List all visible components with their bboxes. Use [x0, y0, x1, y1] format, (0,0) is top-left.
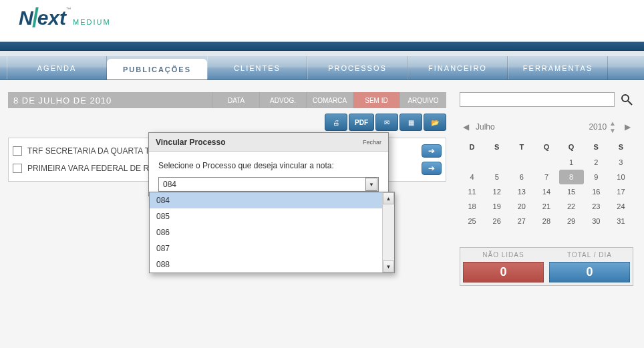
calendar-day[interactable]: 22 [559, 199, 584, 214]
calendar-day[interactable]: 29 [559, 214, 584, 228]
link-process-modal: Vincular Processo Fechar Selecione o Pro… [148, 132, 389, 196]
filter-comarca[interactable]: COMARCA [306, 92, 353, 108]
folder-button[interactable]: 📂 [424, 114, 446, 131]
calendar-month: Julho [476, 122, 495, 132]
modal-title: Vincular Processo [156, 138, 226, 147]
calendar-day [484, 155, 509, 170]
print-icon: 🖨 [333, 119, 339, 126]
nav-tab-ferramentas[interactable]: FERRAMENTAS [508, 56, 608, 79]
svg-line-1 [628, 101, 632, 105]
calendar-day[interactable]: 12 [484, 184, 509, 199]
calendar-day[interactable]: 2 [584, 155, 609, 170]
page-date: 8 DE JULHO DE 2010 [8, 92, 212, 108]
calendar-day[interactable]: 14 [534, 184, 558, 199]
scroll-up-icon[interactable]: ▲ [383, 192, 394, 204]
dropdown-option[interactable]: 088 [150, 256, 382, 273]
calendar-day[interactable]: 9 [584, 170, 609, 184]
calendar-dow: S [609, 139, 633, 155]
cal-prev-button[interactable]: ◀ [460, 122, 472, 132]
calendar-day[interactable]: 8 [559, 170, 584, 184]
nav-tab-financeiro[interactable]: FINANCEIRO [408, 56, 508, 79]
calendar-day[interactable]: 16 [584, 184, 609, 199]
calendar-day [460, 155, 484, 170]
filter-data[interactable]: DATA [212, 92, 259, 108]
calendar: DSTQQSS 12345678910111213141516171819202… [460, 139, 633, 228]
calendar-dow: Q [559, 139, 584, 155]
calendar-day[interactable]: 18 [460, 199, 484, 214]
unread-count: 0 [463, 262, 544, 283]
calendar-day[interactable]: 15 [559, 184, 584, 199]
calendar-day[interactable]: 19 [484, 199, 509, 214]
calendar-dow: T [509, 139, 534, 155]
calc-button[interactable]: ▦ [399, 114, 422, 131]
dropdown-scrollbar[interactable]: ▲ ▼ [382, 192, 394, 273]
nav-tab-clientes[interactable]: CLIENTES [207, 56, 307, 79]
dropdown-option[interactable]: 085 [150, 208, 382, 224]
logo: Next™MEDIUM [19, 7, 111, 29]
calendar-day[interactable]: 24 [609, 199, 633, 214]
mail-button[interactable]: ✉ [375, 114, 398, 131]
scroll-down-icon[interactable]: ▼ [383, 260, 394, 273]
title-bar: 8 DE JULHO DE 2010 DATA ADVOG. COMARCA S… [8, 92, 446, 108]
cal-next-button[interactable]: ▶ [621, 122, 633, 132]
modal-prompt: Selecione o Processo que deseja vincular… [158, 161, 379, 170]
calendar-day[interactable]: 5 [484, 170, 509, 184]
calendar-day[interactable]: 21 [534, 199, 558, 214]
row-checkbox[interactable] [13, 164, 22, 173]
calendar-day[interactable]: 23 [584, 199, 609, 214]
process-select[interactable]: 084 ▼ 084 085 086 087 088 [158, 177, 379, 192]
calendar-day[interactable]: 3 [609, 155, 633, 170]
search-input[interactable] [460, 92, 615, 107]
nav-tab-agenda[interactable]: AGENDA [7, 56, 107, 79]
calendar-header: ◀ Julho 2010 ▲▼ ▶ [460, 119, 633, 135]
calendar-dow: S [484, 139, 509, 155]
nav-tab-publicacoes[interactable]: PUBLICAÇÕES [107, 59, 207, 79]
calendar-day[interactable]: 17 [609, 184, 633, 199]
calendar-year: 2010 [589, 122, 607, 132]
total-label: TOTAL / DIA [546, 248, 633, 262]
calendar-dow: Q [534, 139, 558, 155]
filter-advog[interactable]: ADVOG. [259, 92, 306, 108]
calendar-day[interactable]: 26 [484, 214, 509, 228]
folder-icon: 📂 [431, 119, 439, 126]
calendar-day[interactable]: 1 [559, 155, 584, 170]
calendar-day[interactable]: 20 [509, 199, 534, 214]
calendar-day[interactable]: 25 [460, 214, 484, 228]
row-checkbox[interactable] [13, 146, 22, 156]
filter-sem-id[interactable]: SEM ID [353, 92, 399, 108]
calendar-day[interactable]: 11 [460, 184, 484, 199]
calendar-day[interactable]: 7 [534, 170, 558, 184]
modal-header[interactable]: Vincular Processo Fechar [149, 133, 388, 152]
mail-icon: ✉ [384, 119, 389, 126]
row-open-button[interactable]: ➔ [422, 144, 442, 158]
pdf-button[interactable]: PDF [349, 114, 374, 131]
action-bar: 🖨 PDF ✉ ▦ 📂 [8, 114, 446, 131]
calendar-day[interactable]: 28 [534, 214, 558, 228]
dropdown-option[interactable]: 086 [150, 224, 382, 240]
svg-point-0 [622, 95, 629, 102]
print-button[interactable]: 🖨 [325, 114, 347, 131]
modal-close-button[interactable]: Fechar [363, 139, 381, 146]
calendar-day[interactable]: 4 [460, 170, 484, 184]
calendar-day[interactable]: 27 [509, 214, 534, 228]
totals-panel: NÃO LIDAS 0 TOTAL / DIA 0 [460, 247, 633, 286]
calendar-day [509, 155, 534, 170]
nav-tab-processos[interactable]: PROCESSOS [307, 56, 408, 79]
dropdown-option[interactable]: 087 [150, 240, 382, 256]
calendar-day[interactable]: 31 [609, 214, 633, 228]
header-gap [0, 51, 644, 56]
main-nav: AGENDA PUBLICAÇÕES CLIENTES PROCESSOS FI… [0, 56, 644, 80]
header-stripe [0, 41, 644, 51]
calendar-day[interactable]: 13 [509, 184, 534, 199]
year-stepper[interactable]: ▲▼ [609, 120, 616, 134]
dropdown-option[interactable]: 084 [150, 192, 382, 208]
grid-icon: ▦ [408, 119, 414, 126]
calendar-day[interactable]: 6 [509, 170, 534, 184]
chevron-down-icon: ▼ [365, 178, 377, 191]
filter-arquivo[interactable]: ARQUIVO [399, 92, 446, 108]
search-button[interactable] [620, 93, 633, 106]
calendar-day[interactable]: 30 [584, 214, 609, 228]
select-value: 084 [163, 180, 176, 189]
calendar-day[interactable]: 10 [609, 170, 633, 184]
row-open-button[interactable]: ➔ [422, 162, 442, 175]
